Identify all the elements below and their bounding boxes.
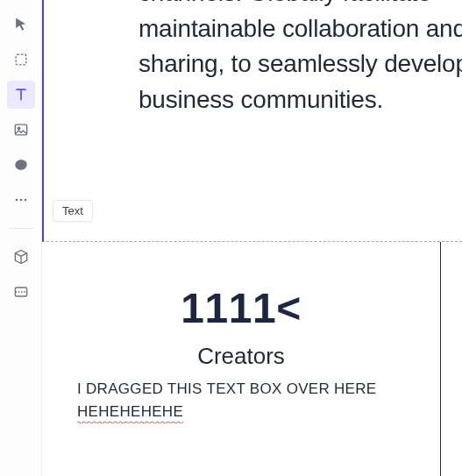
- svg-rect-0: [16, 54, 26, 65]
- image-tool[interactable]: [7, 116, 35, 144]
- package-tool[interactable]: [7, 243, 35, 271]
- blob-icon: [12, 156, 30, 174]
- toolbar: [0, 0, 42, 476]
- body-paragraph[interactable]: channels. Globally facilitate maintainab…: [139, 0, 462, 117]
- element-label-text: Text: [62, 204, 83, 217]
- select-tool[interactable]: [7, 11, 35, 39]
- canvas[interactable]: channels. Globally facilitate maintainab…: [42, 0, 462, 476]
- element-label-chip[interactable]: Text: [53, 200, 93, 222]
- stat-subtitle[interactable]: Creators: [42, 343, 440, 370]
- theme-tool[interactable]: [7, 278, 35, 306]
- stat-number[interactable]: 1111<: [42, 284, 440, 332]
- svg-point-2: [18, 127, 20, 130]
- svg-point-4: [19, 199, 22, 202]
- misspelled-text-line[interactable]: HEHEHEHEHE: [77, 403, 183, 421]
- more-tool[interactable]: [7, 186, 35, 214]
- toolbar-divider: [9, 228, 33, 229]
- frame-icon: [12, 51, 30, 68]
- svg-point-5: [24, 199, 26, 202]
- selected-text-frame[interactable]: channels. Globally facilitate maintainab…: [42, 0, 462, 242]
- text-icon: [12, 86, 30, 103]
- svg-point-3: [15, 199, 18, 202]
- cube-icon: [12, 248, 30, 266]
- frame-tool[interactable]: [7, 46, 35, 74]
- cursor-icon: [12, 16, 30, 33]
- shape-tool[interactable]: [7, 151, 35, 179]
- stats-card[interactable]: 1111< Creators I DRAGGED THIS TEXT BOX O…: [42, 242, 441, 476]
- dragged-text-line[interactable]: I DRAGGED THIS TEXT BOX OVER HERE: [77, 380, 440, 398]
- dots-icon: [12, 191, 30, 209]
- swatch-icon: [12, 283, 30, 301]
- text-tool[interactable]: [7, 81, 35, 109]
- image-icon: [12, 121, 30, 139]
